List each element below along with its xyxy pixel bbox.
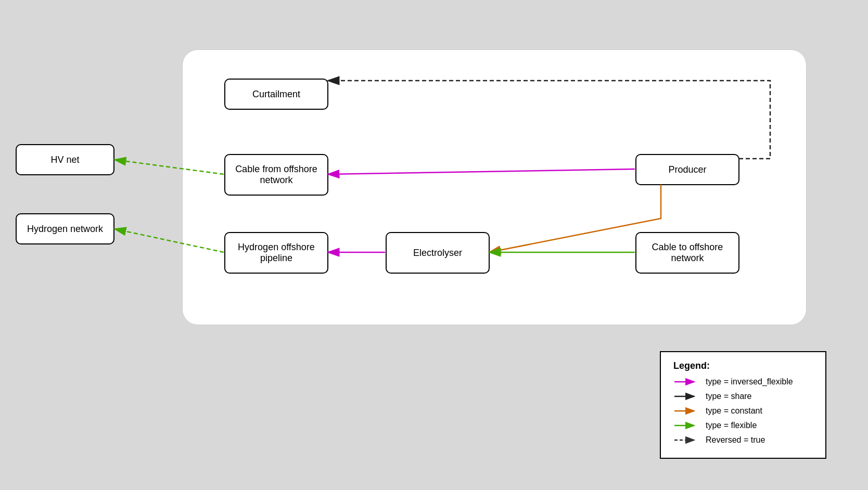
hydrogen-pipeline-label: Hydrogen offshorepipeline	[238, 242, 315, 264]
legend-item-share: type = share	[673, 391, 813, 402]
legend-line-dashed	[673, 435, 699, 445]
producer-node: Producer	[635, 154, 739, 185]
legend-item-constant: type = constant	[673, 406, 813, 416]
hydrogen-pipeline-node: Hydrogen offshorepipeline	[224, 232, 328, 274]
legend-item-flexible: type = flexible	[673, 420, 813, 431]
legend-label-inversed-flexible: type = inversed_flexible	[706, 377, 793, 386]
legend-line-magenta	[673, 377, 699, 387]
curtailment-label: Curtailment	[252, 89, 300, 100]
producer-label: Producer	[668, 164, 706, 175]
electrolyser-label: Electrolyser	[413, 248, 462, 259]
cable-to-node: Cable to offshorenetwork	[635, 232, 739, 274]
legend-label-flexible: type = flexible	[706, 421, 757, 430]
legend-title: Legend:	[673, 360, 813, 371]
legend-item-reversed: Reversed = true	[673, 435, 813, 445]
legend-line-black	[673, 391, 699, 402]
legend-line-green	[673, 420, 699, 431]
hv-net-node: HV net	[16, 144, 114, 175]
hydrogen-network-label: Hydrogen network	[27, 224, 103, 235]
electrolyser-node: Electrolyser	[386, 232, 490, 274]
legend-item-inversed-flexible: type = inversed_flexible	[673, 377, 813, 387]
legend: Legend: type = inversed_flexible	[660, 351, 826, 459]
legend-label-constant: type = constant	[706, 406, 762, 416]
hydrogen-network-node: Hydrogen network	[16, 213, 114, 244]
legend-label-share: type = share	[706, 392, 752, 401]
diagram-container: Curtailment Cable from offshorenetwork H…	[182, 49, 807, 325]
cable-to-label: Cable to offshorenetwork	[652, 242, 723, 264]
hv-net-label: HV net	[50, 154, 79, 165]
curtailment-node: Curtailment	[224, 79, 328, 110]
legend-line-orange	[673, 406, 699, 416]
cable-from-node: Cable from offshorenetwork	[224, 154, 328, 196]
legend-label-reversed: Reversed = true	[706, 435, 765, 445]
cable-from-label: Cable from offshorenetwork	[235, 164, 317, 186]
